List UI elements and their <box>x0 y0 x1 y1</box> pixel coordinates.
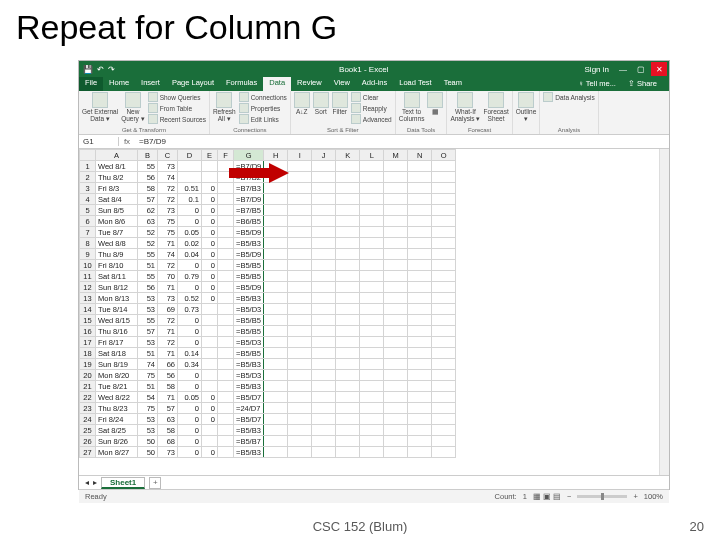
cell[interactable] <box>336 293 360 304</box>
cell[interactable] <box>384 304 408 315</box>
cell[interactable] <box>336 249 360 260</box>
cell[interactable] <box>336 447 360 458</box>
cell[interactable]: 73 <box>158 447 178 458</box>
cell[interactable]: 58 <box>138 183 158 194</box>
cell[interactable]: 56 <box>158 370 178 381</box>
cell[interactable]: Sun 8/19 <box>96 359 138 370</box>
cell[interactable]: 51 <box>138 381 158 392</box>
view-buttons[interactable]: ▦ ▣ ▤ <box>533 492 561 501</box>
tab-team[interactable]: Team <box>438 77 468 91</box>
cell[interactable]: =B5/D7 <box>234 392 264 403</box>
cell[interactable] <box>218 172 234 183</box>
cell[interactable]: =B5/D9 <box>234 282 264 293</box>
cell[interactable] <box>312 326 336 337</box>
cell[interactable] <box>288 326 312 337</box>
cell[interactable]: =B7/D9 <box>234 161 264 172</box>
cell[interactable] <box>218 425 234 436</box>
cell[interactable] <box>202 348 218 359</box>
cell[interactable]: 0 <box>202 260 218 271</box>
cell[interactable] <box>384 172 408 183</box>
forecast-sheet[interactable]: Forecast Sheet <box>483 92 508 122</box>
cell[interactable] <box>264 315 288 326</box>
cell[interactable]: 0 <box>202 282 218 293</box>
cell[interactable] <box>202 381 218 392</box>
table-row[interactable]: 21Tue 8/2151580=B5/B3 <box>80 381 456 392</box>
cell[interactable] <box>288 205 312 216</box>
cell[interactable]: 0 <box>178 370 202 381</box>
cell[interactable] <box>264 447 288 458</box>
cell[interactable] <box>432 359 456 370</box>
cell[interactable] <box>288 337 312 348</box>
cell[interactable] <box>264 348 288 359</box>
table-row[interactable]: 17Fri 8/1753720=B5/D3 <box>80 337 456 348</box>
zoom-slider[interactable] <box>577 495 627 498</box>
cell[interactable] <box>360 172 384 183</box>
cell[interactable] <box>312 194 336 205</box>
ribbon-item[interactable]: From Table <box>148 103 206 113</box>
cell[interactable] <box>408 249 432 260</box>
ribbon-item[interactable]: Show Queries <box>148 92 206 102</box>
column-header[interactable]: G <box>234 150 264 161</box>
cell[interactable]: 0 <box>178 403 202 414</box>
table-row[interactable]: 4Sat 8/457720.10=B7/D9 <box>80 194 456 205</box>
cell[interactable] <box>408 205 432 216</box>
cell[interactable] <box>432 249 456 260</box>
cell[interactable] <box>218 194 234 205</box>
cell[interactable] <box>178 172 202 183</box>
cell[interactable] <box>202 315 218 326</box>
column-header[interactable]: A <box>96 150 138 161</box>
cell[interactable] <box>384 447 408 458</box>
worksheet-grid[interactable]: ABCDEFGHIJKLMNO1Wed 8/15573=B7/D92Thu 8/… <box>79 149 669 475</box>
cell[interactable] <box>360 403 384 414</box>
cell[interactable] <box>202 436 218 447</box>
cell[interactable] <box>408 315 432 326</box>
cell[interactable] <box>360 304 384 315</box>
cell[interactable] <box>360 425 384 436</box>
cell[interactable] <box>312 282 336 293</box>
cell[interactable] <box>178 161 202 172</box>
cell[interactable] <box>336 381 360 392</box>
cell[interactable] <box>264 183 288 194</box>
cell[interactable]: 63 <box>158 414 178 425</box>
cell[interactable] <box>218 260 234 271</box>
cell[interactable] <box>408 260 432 271</box>
cell[interactable]: 0 <box>202 183 218 194</box>
cell[interactable] <box>312 381 336 392</box>
cell[interactable] <box>312 370 336 381</box>
cell[interactable]: 75 <box>158 227 178 238</box>
maximize-button[interactable]: ▢ <box>633 62 649 76</box>
table-row[interactable]: 1Wed 8/15573=B7/D9 <box>80 161 456 172</box>
row-header[interactable]: 12 <box>80 282 96 293</box>
cell[interactable]: Wed 8/15 <box>96 315 138 326</box>
cell[interactable] <box>218 337 234 348</box>
cell[interactable]: 0 <box>178 216 202 227</box>
column-header[interactable]: K <box>336 150 360 161</box>
cell[interactable] <box>312 238 336 249</box>
cell[interactable]: =B5/B5 <box>234 315 264 326</box>
cell[interactable]: =B6/B5 <box>234 216 264 227</box>
table-row[interactable]: 26Sun 8/2650680=B5/B7 <box>80 436 456 447</box>
cell[interactable]: 0.52 <box>178 293 202 304</box>
cell[interactable] <box>218 183 234 194</box>
share-button[interactable]: ⇪ Share <box>622 78 663 90</box>
cell[interactable] <box>360 381 384 392</box>
column-header[interactable]: F <box>218 150 234 161</box>
cell[interactable] <box>336 161 360 172</box>
cell[interactable] <box>384 194 408 205</box>
tab-data[interactable]: Data <box>263 77 291 91</box>
cell[interactable] <box>360 271 384 282</box>
cell[interactable] <box>408 425 432 436</box>
cell[interactable] <box>312 392 336 403</box>
cell[interactable] <box>432 194 456 205</box>
tab-formulas[interactable]: Formulas <box>220 77 263 91</box>
cell[interactable] <box>360 447 384 458</box>
cell[interactable]: 52 <box>138 238 158 249</box>
cell[interactable] <box>218 392 234 403</box>
row-header[interactable]: 10 <box>80 260 96 271</box>
cell[interactable]: 53 <box>138 293 158 304</box>
table-row[interactable]: 11Sat 8/1155700.790=B5/B5 <box>80 271 456 282</box>
cell[interactable]: 51 <box>138 348 158 359</box>
cell[interactable]: 0 <box>202 194 218 205</box>
cell[interactable] <box>384 381 408 392</box>
cell[interactable] <box>384 348 408 359</box>
